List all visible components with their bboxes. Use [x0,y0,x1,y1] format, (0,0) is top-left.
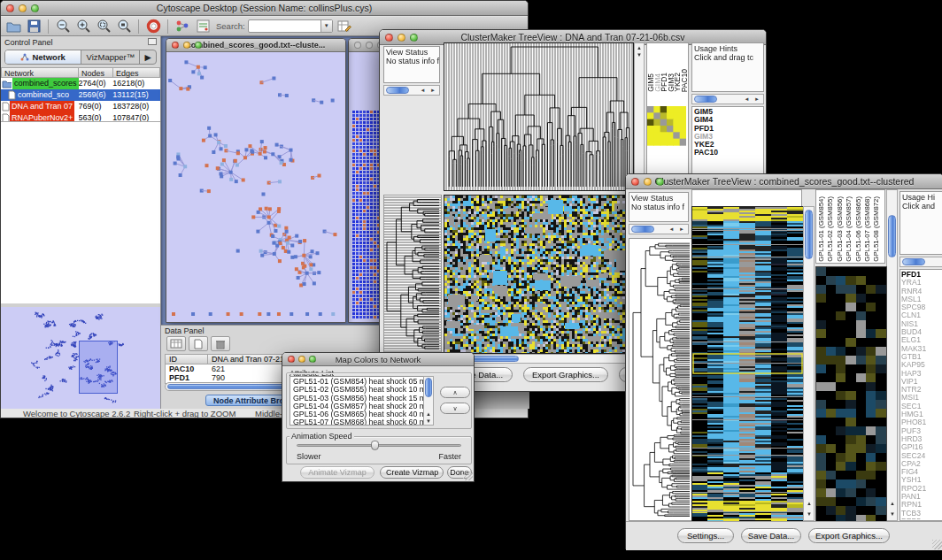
column-label[interactable]: GPL51-06 (GSM865) [854,196,863,262]
view-status-scrollbar[interactable]: ◄ ► [629,224,689,234]
usage-hints-scrollbar[interactable]: ◄ ► [691,94,764,104]
resize-grip[interactable] [463,471,473,480]
row-dendrogram-canvas[interactable] [629,238,692,521]
speed-slider-thumb[interactable] [371,441,379,450]
col-nodes[interactable]: Nodes [79,67,113,78]
scroll-down-icon[interactable]: ▼ [424,418,433,424]
network1-view-canvas[interactable] [166,52,345,322]
zoom-window-icon[interactable] [656,178,664,186]
row-dendrogram-canvas[interactable] [383,195,442,354]
column-label[interactable]: GPL51-02 (GSM855) [826,196,835,262]
minimize-icon[interactable] [183,42,190,49]
network-row[interactable]: combined_scores 2764(0) 16218(0) [1,78,160,89]
column-dendrogram-canvas[interactable] [444,42,634,191]
filter-form-icon[interactable] [194,19,212,35]
zoom-window-icon[interactable] [195,42,202,49]
animate-vizmap-button[interactable]: Animate Vizmap [300,466,374,479]
scrollbar-thumb[interactable] [694,96,717,103]
network-list-empty-area[interactable] [1,121,160,303]
delete-attribute-trash-icon[interactable] [211,336,230,351]
scroll-arrows-icon[interactable]: ◄ ► [420,88,439,93]
dendrogram-scrollbar[interactable]: ▲▼ [634,42,645,189]
zoom-selected-icon[interactable] [115,19,133,35]
network-row[interactable]: DNA and Tran 07 769(0) 183728(0) [1,101,160,112]
column-label[interactable]: GPL51-08 (GSM872) [872,196,881,262]
attribute-list-scrollbar[interactable]: ▲▼ [423,376,434,426]
zoom-window-icon[interactable] [410,34,418,42]
scroll-down-icon[interactable]: ▼ [805,511,814,517]
column-label[interactable]: GPL51-01 (GSM854) [817,196,826,262]
settings-button[interactable]: Settings... [677,528,734,543]
column-label[interactable]: GPL51-04 (GSM857) [845,196,853,262]
column-label[interactable]: PAC10 [682,69,687,92]
search-input[interactable]: ▼ [248,19,333,33]
minimize-icon[interactable] [298,356,305,363]
move-up-button[interactable]: ∧ [440,387,470,398]
scroll-up-icon[interactable]: ▲ [635,45,644,50]
minimize-icon[interactable] [19,4,27,12]
close-icon[interactable] [385,34,393,42]
tab-network[interactable]: Network [5,50,81,64]
minimize-icon[interactable] [366,42,373,49]
scroll-up-icon[interactable]: ▲ [805,501,814,506]
col-id[interactable]: ID [166,355,208,364]
select-attributes-icon[interactable] [166,336,186,351]
close-icon[interactable] [6,4,14,12]
treeview2-titlebar[interactable]: ClusterMaker TreeView : combined_scores_… [626,174,942,189]
float-panel-icon[interactable] [148,38,157,45]
view-status-scrollbar[interactable]: ◄ ► [383,85,440,96]
scrollbar-thumb[interactable] [805,210,813,259]
labels-vscrollbar[interactable]: ▲▼ [886,189,898,521]
scroll-down-icon[interactable]: ▼ [888,511,897,517]
attribute-item[interactable]: GPL51-07 (GSM868) heat shock 60 min [293,418,423,426]
scrollbar-thumb[interactable] [902,258,925,265]
scroll-arrows-icon[interactable]: ◄ ► [668,226,688,232]
new-attribute-icon[interactable] [189,336,208,351]
close-icon[interactable] [288,356,295,363]
network1-titlebar[interactable]: combined_scores_good.txt--cluste... [166,39,345,52]
heatmap-vscrollbar[interactable]: ▲▼ [803,206,815,521]
scrollbar-thumb[interactable] [386,87,409,94]
help-lifering-icon[interactable] [144,19,162,35]
close-icon[interactable] [354,42,361,49]
network-row-selected[interactable]: combined_sco 2569(6) 13112(15) [1,89,160,101]
scroll-up-icon[interactable]: ▲ [424,411,433,417]
create-vizmap-button[interactable]: Create Vizmap [380,466,444,479]
open-file-button[interactable] [4,19,22,35]
main-heatmap-canvas[interactable] [444,195,634,354]
cluster-matrix-heatmap[interactable] [647,106,686,147]
save-data-button[interactable]: Save Data... [741,528,801,543]
vizmapper-icon[interactable] [174,19,191,35]
scrollbar-thumb[interactable] [888,215,896,257]
scroll-arrows-icon[interactable]: ◄ ► [744,96,763,102]
zoomed-heatmap-canvas[interactable] [815,266,887,523]
zoom-window-icon[interactable] [309,356,316,363]
zoom-fit-icon[interactable] [95,19,112,35]
tab-overflow-arrow[interactable]: ▶ [140,50,156,64]
scrollbar-thumb[interactable] [425,378,432,397]
dialog-titlebar[interactable]: Map Colors to Network [282,353,474,366]
minimize-icon[interactable] [644,178,652,186]
zoom-window-icon[interactable] [31,4,39,12]
main-titlebar[interactable]: Cytoscape Desktop (Session Name: collins… [1,1,528,16]
network-overview-thumbnail[interactable] [1,307,160,409]
zoom-in-icon[interactable] [74,19,92,35]
zoom-out-icon[interactable] [54,19,72,35]
save-button[interactable] [25,19,42,35]
export-graphics-button[interactable]: Export Graphics... [808,528,890,543]
usage-hints-scrollbar[interactable] [900,257,942,267]
column-label[interactable]: GPL51-07 (GSM868) [863,196,872,262]
gene-label[interactable]: PAC10 [694,149,761,157]
dropdown-arrow-icon[interactable]: ▼ [320,20,332,32]
move-down-button[interactable]: ∨ [440,403,470,414]
scrollbar-thumb[interactable] [631,226,654,233]
attribute-editor-icon[interactable] [336,19,353,35]
close-icon[interactable] [631,178,639,186]
gene-label[interactable]: PEP5 [901,518,942,519]
col-network[interactable]: Network [1,67,79,78]
scroll-down-icon[interactable]: ▼ [635,52,644,58]
close-icon[interactable] [172,42,179,49]
speed-slider-track[interactable] [297,444,461,447]
col-edges[interactable]: Edges [113,67,160,78]
scroll-up-icon[interactable]: ▲ [888,501,897,506]
